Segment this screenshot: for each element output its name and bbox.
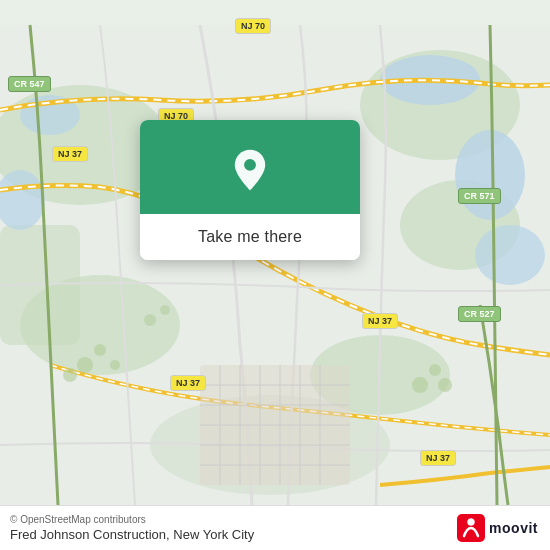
county-label-cr571: CR 571 [458,188,501,204]
road-label-nj70-top: NJ 70 [235,18,271,34]
popup-header [140,120,360,214]
road-label-nj37-bottom-right: NJ 37 [420,450,456,466]
svg-point-34 [244,159,256,171]
road-label-nj37-left: NJ 37 [52,146,88,162]
map-container: NJ 70 NJ 70 NJ 37 NJ 37 NJ 37 NJ 37 NJ 3… [0,0,550,550]
bottom-bar: © OpenStreetMap contributors Fred Johnso… [0,505,550,550]
location-pin-icon [228,148,272,192]
take-me-there-button[interactable]: Take me there [140,214,360,260]
road-label-nj37-lower: NJ 37 [362,313,398,329]
location-popup: Take me there [140,120,360,260]
svg-point-19 [438,378,452,392]
svg-point-9 [455,130,525,220]
moovit-text: moovit [489,520,538,536]
svg-point-21 [160,305,170,315]
county-label-cr527: CR 527 [458,306,501,322]
road-label-nj37-bottom-left: NJ 37 [170,375,206,391]
moovit-icon [457,514,485,542]
map-background [0,0,550,550]
moovit-logo: moovit [457,514,538,542]
svg-point-14 [94,344,106,356]
svg-point-37 [468,519,475,526]
county-label-cr547: CR 547 [8,76,51,92]
svg-point-18 [429,364,441,376]
svg-point-12 [475,225,545,285]
location-name: Fred Johnson Construction, New York City [10,527,254,542]
svg-point-17 [412,377,428,393]
osm-attribution: © OpenStreetMap contributors [10,514,254,525]
svg-point-15 [63,368,77,382]
svg-point-20 [144,314,156,326]
svg-point-16 [110,360,120,370]
svg-point-13 [77,357,93,373]
